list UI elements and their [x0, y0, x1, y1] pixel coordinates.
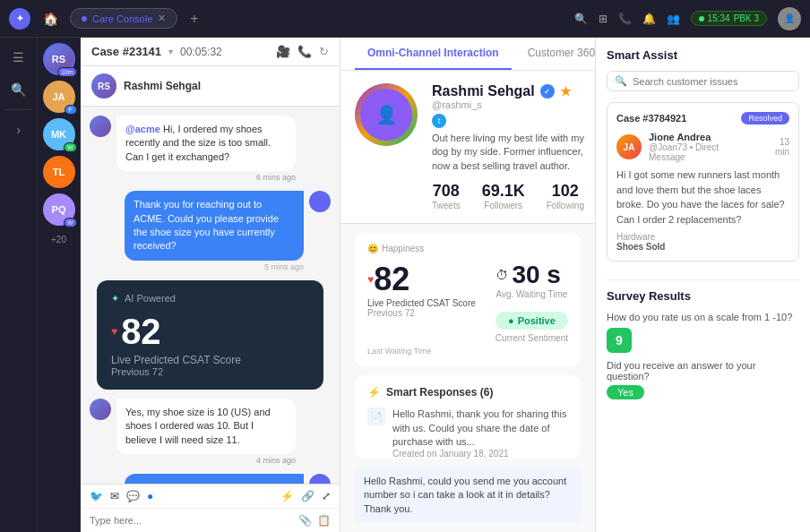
happiness-card: 😊 Happiness ♥ 82 Live Predicted CSAT Sco… [355, 233, 581, 366]
tweets-stat: 708 Tweets [432, 182, 461, 210]
contact-more[interactable]: +20 [47, 231, 70, 248]
msg-avatar [309, 191, 331, 212]
contact-item[interactable]: MK W [43, 118, 75, 150]
twitter-icon[interactable]: 🐦 [90, 490, 103, 502]
phone-icon[interactable]: 📞 [618, 13, 632, 25]
email-icon[interactable]: ✉ [110, 490, 119, 502]
msg-bubble-outgoing: Thank you, we will send you details on t… [125, 474, 304, 484]
clock-icon: ⏱ [495, 268, 508, 282]
search-assist-input[interactable] [633, 76, 791, 87]
sidebar-expand-icon[interactable]: › [6, 117, 31, 142]
status-badge: 15:34 PBK 3 [691, 11, 767, 26]
whatsapp-icon[interactable]: 💬 [126, 490, 140, 502]
ai-label: AI Powered [125, 293, 176, 304]
sidebar-divider [5, 109, 31, 110]
msg-time: 6 mins ago [116, 173, 296, 182]
user-avatar[interactable]: 👤 [778, 7, 801, 30]
contact-item[interactable]: RS 10m [43, 43, 75, 75]
case-header-icons: 🎥 📞 ↻ [276, 45, 329, 58]
msg-avatar [90, 399, 111, 420]
smart-resp-header: ⚡ Smart Responses (6) [367, 386, 568, 399]
bolt-resp-icon: ⚡ [367, 386, 381, 399]
chat-input-icons: 📎 📋 [298, 514, 331, 527]
attachment-icon[interactable]: 📎 [298, 514, 312, 527]
chat-input-row: 📎 📋 [81, 509, 340, 532]
csat-prev-label: Previous 72 [367, 308, 485, 318]
middle-panel: Omni-Channel Interaction Customer 360 Vi… [340, 38, 595, 532]
facebook-icon[interactable]: ● [147, 490, 153, 502]
smart-response-message: Hello Rashmi, could you send me you acco… [355, 468, 581, 523]
chat-panel: Case #23141 ▾ 00:05:32 🎥 📞 ↻ RS Rashmi S… [81, 38, 340, 532]
chat-input-area: 🐦 ✉ 💬 ● ⚡ 🔗 ⤢ 📎 📋 [81, 484, 340, 532]
contact-item[interactable]: TL [43, 156, 75, 188]
msg-mention: @acme [125, 124, 160, 134]
ai-popup-main: ♥ 82 [111, 312, 309, 352]
profile-handle: @rashmi_s [432, 99, 584, 110]
ai-score: 82 [121, 312, 161, 352]
contact-name-bar: RS Rashmi Sehgal [81, 66, 340, 107]
msg-time: 4 mins ago [116, 456, 296, 465]
smart-response-item[interactable]: 📄 Hello Rashmi, thank you for sharing th… [367, 408, 568, 459]
messages-area: @acme Hi, I ordered my shoes recently an… [81, 107, 340, 484]
tab-label: Care Console [92, 13, 152, 24]
main-container: ☰ 🔍 › RS 10m JA F MK W TL PQ W +20 Case … [0, 38, 810, 532]
sentiment-badge: ● Positive [495, 312, 568, 330]
survey-q1: How do you rate us on a scale from 1 -10… [607, 312, 799, 322]
message-row: Thank you, we will send you details on t… [90, 474, 331, 484]
csat-number: 82 [374, 261, 409, 298]
video-icon[interactable]: 🎥 [276, 45, 290, 58]
refresh-icon[interactable]: ↻ [319, 45, 329, 58]
contact-name: Rashmi Sehgal [124, 80, 201, 92]
top-bar-icons: 🔍 ⊞ 📞 🔔 👥 15:34 PBK 3 👤 [574, 7, 801, 30]
tabs-bar: Omni-Channel Interaction Customer 360 Vi… [340, 38, 595, 71]
heart-icon: ♥ [111, 325, 117, 338]
home-icon[interactable]: 🏠 [38, 6, 63, 31]
tab-dot [82, 16, 87, 21]
grid-icon[interactable]: ⊞ [599, 13, 608, 25]
bell-icon[interactable]: 🔔 [642, 13, 656, 25]
star-badge: ★ [560, 84, 572, 99]
tab-customer360[interactable]: Customer 360 View [515, 38, 595, 70]
case-time: 13 min [764, 137, 789, 157]
message-input[interactable] [90, 515, 293, 526]
contact-item[interactable]: JA F [43, 81, 75, 113]
actions-divider [160, 490, 273, 502]
msg-avatar [309, 474, 331, 484]
csat-live-label: Live Predicted CSAT Score [367, 298, 485, 308]
followers-stat: 69.1K Followers [482, 182, 525, 210]
msg-avatar [90, 116, 111, 137]
msg-time: 5 mins ago [125, 262, 304, 271]
add-tab-button[interactable]: + [185, 11, 203, 27]
search-icon[interactable]: 🔍 [574, 13, 588, 25]
app-logo: ✦ [9, 8, 30, 30]
expand-icon[interactable]: ⤢ [322, 490, 331, 502]
sidebar-search-icon[interactable]: 🔍 [6, 77, 31, 102]
msg-bubble-incoming: Yes, my shoe size is 10 (US) and shoes I… [116, 399, 296, 454]
tab-close-icon[interactable]: ✕ [158, 13, 166, 24]
bolt-icon[interactable]: ⚡ [280, 490, 294, 502]
case-user-row: JA Jione Andrea @Joan73 • Direct Message… [616, 132, 789, 162]
sentiment-block: ● Positive Current Sentiment [495, 312, 568, 343]
ai-popup-header: ✦ AI Powered [111, 293, 309, 305]
case-user-name: Jione Andrea [649, 132, 750, 142]
hamburger-icon[interactable]: ☰ [6, 45, 31, 70]
survey-title: Survey Results [607, 289, 799, 303]
tab-omni[interactable]: Omni-Channel Interaction [355, 38, 512, 70]
contact-item[interactable]: PQ W [43, 193, 75, 226]
survey-score: 9 [607, 328, 632, 353]
case-dropdown-icon[interactable]: ▾ [168, 47, 173, 56]
profile-bio: Out here living my best life with my dog… [432, 132, 584, 173]
contact-badge: W [64, 218, 77, 227]
phone-call-icon[interactable]: 📞 [297, 45, 312, 58]
survey-q2: Did you receive an answer to your questi… [607, 360, 799, 382]
care-console-tab[interactable]: Care Console ✕ [70, 8, 177, 29]
case-user-avatar: JA [616, 134, 642, 159]
link-icon[interactable]: 🔗 [301, 490, 315, 502]
template-icon[interactable]: 📋 [317, 514, 331, 527]
contact-badge: W [64, 142, 77, 152]
waiting-block: ⏱ 30 s Avg. Waiting Time [495, 261, 567, 299]
smiley-icon: 😊 [367, 244, 378, 253]
csat-score-block: ♥ 82 Live Predicted CSAT Score Previous … [367, 261, 485, 343]
users-icon[interactable]: 👥 [667, 13, 680, 25]
case-timer: 00:05:32 [180, 46, 222, 58]
